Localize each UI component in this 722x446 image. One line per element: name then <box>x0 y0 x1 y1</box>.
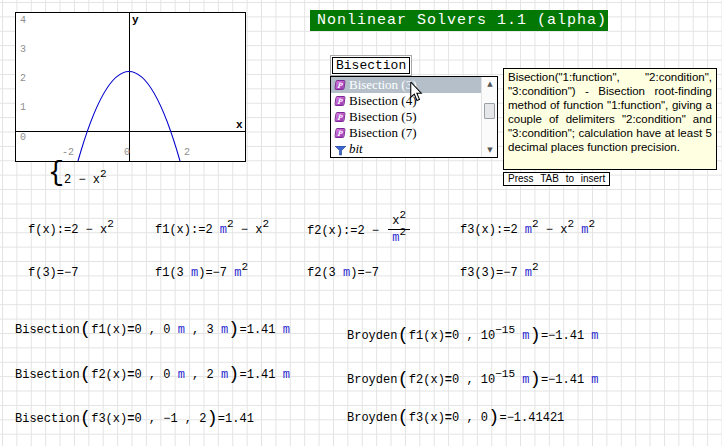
dropdown-item-bisection-5[interactable]: P Bisection (5) <box>331 109 481 125</box>
dropdown-item-bit[interactable]: bit <box>331 141 481 157</box>
x-tick: 2 <box>184 147 190 158</box>
x-axis-label: x <box>236 119 243 131</box>
parabola-curve <box>16 13 245 161</box>
filter-icon <box>335 144 346 154</box>
mouse-cursor-icon <box>409 82 423 102</box>
plot-expression[interactable]: 2 − x2 <box>64 173 107 187</box>
app-title-banner[interactable]: Nonlinear Solvers 1.1 (alpha) <box>310 10 608 31</box>
y-tick: 3 <box>20 44 26 55</box>
dropdown-item-bisection-7[interactable]: P Bisection (7) <box>331 125 481 141</box>
broyden-call-f2[interactable]: Broyden(f2(x)=0 , 10−15 m)=−1.41 m <box>347 373 599 387</box>
definition-f1[interactable]: f1(x):=2 m2 − x2 <box>155 223 269 237</box>
tab-insert-hint: Press TAB to insert <box>503 172 610 186</box>
evaluation-f3[interactable]: f3(3)=−7 m2 <box>460 266 539 280</box>
y-tick: 1 <box>20 102 26 113</box>
dropdown-item-label: Bisection (7) <box>349 125 417 141</box>
plugin-icon: P <box>334 80 345 90</box>
scroll-down-icon[interactable]: ▼ <box>482 146 498 154</box>
plot-expression-brace: { <box>48 158 64 188</box>
x-tick: 0 <box>124 147 130 158</box>
y-tick: 2 <box>20 73 26 84</box>
plugin-icon: P <box>334 96 345 106</box>
evaluation-f1[interactable]: f1(3 m)=−7 m2 <box>155 266 248 280</box>
definition-f3[interactable]: f3(x):=2 m2 − x2 m2 <box>460 223 595 237</box>
xy-plot[interactable]: 4 3 2 1 0 -2 0 2 y x <box>15 12 246 162</box>
plugin-icon: P <box>334 128 345 138</box>
y-tick: 4 <box>20 15 26 26</box>
evaluation-f2[interactable]: f2(3 m)=−7 <box>307 266 379 280</box>
dropdown-item-label: Bisection (5) <box>349 109 417 125</box>
plugin-icon: P <box>334 112 345 122</box>
dropdown-item-label: Bisection (3) <box>349 77 417 93</box>
definition-f2[interactable]: f2(x):=2 − x2m2 <box>307 215 412 247</box>
broyden-call-f3[interactable]: Broyden(f3(x)=0 , 0)=−1.41421 <box>347 411 564 425</box>
dropdown-item-bisection-3[interactable]: P Bisection (3) <box>331 77 481 93</box>
y-axis-label: y <box>132 14 139 26</box>
bisection-call-f2[interactable]: Bisection(f2(x)=0 , 0 m , 2 m)=1.41 m <box>15 368 290 382</box>
definition-f[interactable]: f(x):=2 − x2 <box>28 223 114 237</box>
bisection-call-f1[interactable]: Bisection(f1(x)=0 , 0 m , 3 m)=1.41 m <box>15 323 290 337</box>
dropdown-scrollbar[interactable]: ▲ ▼ <box>481 77 497 157</box>
formula-input[interactable]: Bisection <box>332 57 410 74</box>
formula-input-region[interactable]: Bisection <box>330 55 412 76</box>
function-description-tooltip: Bisection("1:function", "2:condition", "… <box>503 68 717 170</box>
scrollbar-thumb[interactable] <box>484 103 495 119</box>
evaluation-f[interactable]: f(3)=−7 <box>28 266 78 280</box>
x-tick: -2 <box>62 147 74 158</box>
dropdown-item-label: bit <box>349 141 363 157</box>
y-tick: 0 <box>20 132 26 143</box>
dropdown-item-label: Bisection (4) <box>349 93 417 109</box>
scroll-up-icon[interactable]: ▲ <box>482 80 498 88</box>
dropdown-item-bisection-4[interactable]: P Bisection (4) <box>331 93 481 109</box>
broyden-call-f1[interactable]: Broyden(f1(x)=0 , 10−15 m)=−1.41 m <box>347 329 599 343</box>
bisection-call-f3[interactable]: Bisection(f3(x)=0 , −1 , 2)=1.41 <box>15 412 254 426</box>
